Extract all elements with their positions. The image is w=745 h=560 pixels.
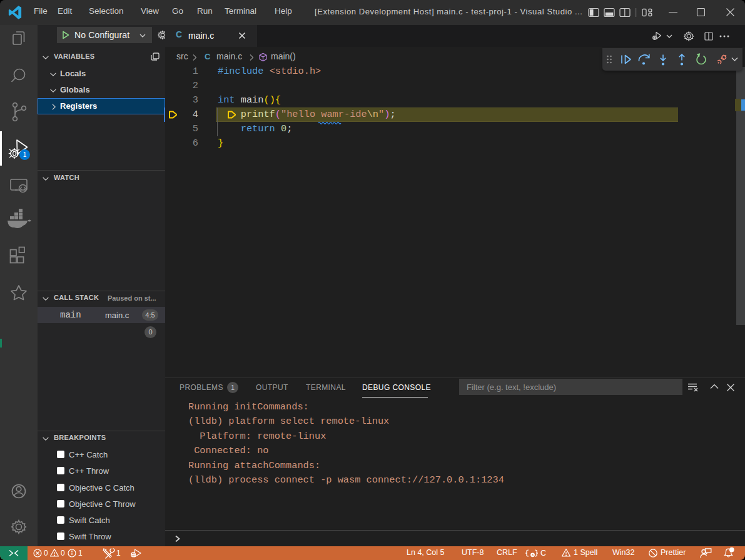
- svg-text:0: 0: [61, 549, 65, 558]
- svg-text:1: 1: [78, 549, 83, 558]
- svg-text:1: 1: [116, 549, 121, 558]
- svg-text:0: 0: [44, 549, 48, 558]
